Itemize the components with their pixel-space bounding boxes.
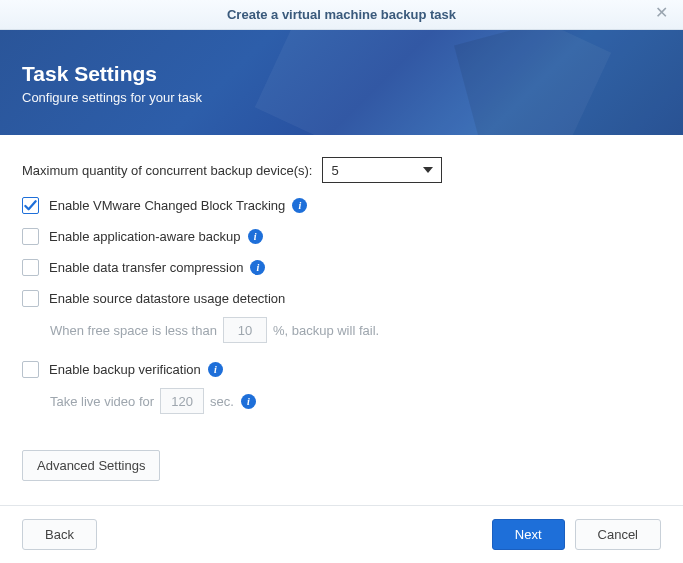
dialog-title: Create a virtual machine backup task [227,7,456,22]
form-content: Maximum quantity of concurrent backup de… [0,135,683,491]
max-concurrent-label: Maximum quantity of concurrent backup de… [22,163,312,178]
verification-checkbox[interactable] [22,361,39,378]
cbt-row: Enable VMware Changed Block Tracking i [22,197,661,214]
verification-label[interactable]: Enable backup verification [49,362,201,377]
appaware-label[interactable]: Enable application-aware backup [49,229,241,244]
livevideo-input [160,388,204,414]
freespace-prefix: When free space is less than [50,323,217,338]
footer: Back Next Cancel [0,505,683,563]
livevideo-prefix: Take live video for [50,394,154,409]
check-icon [23,198,38,213]
freespace-suffix: %, backup will fail. [273,323,379,338]
compression-label[interactable]: Enable data transfer compression [49,260,243,275]
datastore-label[interactable]: Enable source datastore usage detection [49,291,285,306]
info-icon[interactable]: i [241,394,256,409]
max-concurrent-value: 5 [331,163,338,178]
max-concurrent-select[interactable]: 5 [322,157,442,183]
chevron-down-icon [423,167,433,173]
livevideo-row: Take live video for sec. i [22,388,661,414]
advanced-settings-button[interactable]: Advanced Settings [22,450,160,481]
close-icon[interactable]: ✕ [655,6,669,20]
datastore-row: Enable source datastore usage detection [22,290,661,307]
back-button[interactable]: Back [22,519,97,550]
next-button[interactable]: Next [492,519,565,550]
info-icon[interactable]: i [250,260,265,275]
banner-heading: Task Settings [22,62,661,86]
cbt-label[interactable]: Enable VMware Changed Block Tracking [49,198,285,213]
cancel-button[interactable]: Cancel [575,519,661,550]
info-icon[interactable]: i [292,198,307,213]
cbt-checkbox[interactable] [22,197,39,214]
appaware-row: Enable application-aware backup i [22,228,661,245]
max-concurrent-row: Maximum quantity of concurrent backup de… [22,157,661,183]
livevideo-suffix: sec. [210,394,234,409]
freespace-input [223,317,267,343]
banner: Task Settings Configure settings for you… [0,30,683,135]
appaware-checkbox[interactable] [22,228,39,245]
compression-row: Enable data transfer compression i [22,259,661,276]
banner-subheading: Configure settings for your task [22,90,661,105]
info-icon[interactable]: i [248,229,263,244]
titlebar: Create a virtual machine backup task ✕ [0,0,683,30]
freespace-row: When free space is less than %, backup w… [22,317,661,343]
compression-checkbox[interactable] [22,259,39,276]
datastore-checkbox[interactable] [22,290,39,307]
info-icon[interactable]: i [208,362,223,377]
verification-row: Enable backup verification i [22,361,661,378]
footer-right: Next Cancel [492,519,661,550]
